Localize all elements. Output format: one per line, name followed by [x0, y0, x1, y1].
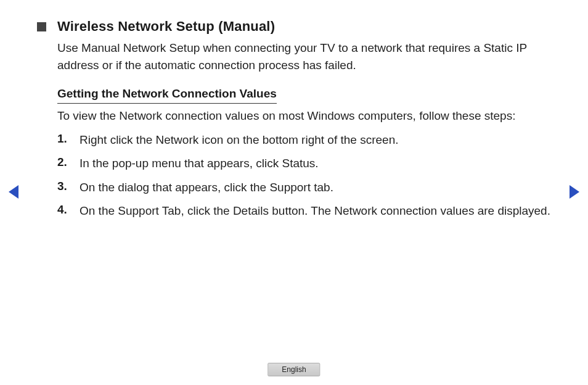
section-subtitle: Getting the Network Connection Values [57, 87, 277, 104]
step-text: On the Support Tab, click the Details bu… [80, 203, 550, 220]
prev-page-button[interactable] [9, 185, 18, 199]
manual-page: Wireless Network Setup (Manual) Use Manu… [0, 0, 588, 385]
step-text: In the pop-up menu that appears, click S… [80, 155, 319, 172]
step-number: 3. [57, 180, 71, 193]
step-text: On the dialog that appears, click the Su… [80, 180, 333, 196]
step-text: Right click the Network icon on the bott… [80, 132, 398, 149]
page-title: Wireless Network Setup (Manual) [57, 19, 275, 35]
step-item: 3. On the dialog that appears, click the… [57, 180, 551, 196]
arrow-left-icon [9, 185, 18, 199]
svg-marker-0 [9, 185, 18, 199]
step-number: 2. [57, 155, 71, 169]
step-number: 1. [57, 132, 71, 146]
step-number: 4. [57, 203, 71, 217]
title-row: Wireless Network Setup (Manual) [37, 19, 551, 35]
square-bullet-icon [37, 22, 46, 31]
arrow-right-icon [570, 185, 579, 199]
step-item: 4. On the Support Tab, click the Details… [57, 203, 551, 220]
next-page-button[interactable] [570, 185, 579, 199]
section-lead: To view the Network connection values on… [57, 107, 551, 125]
step-item: 2. In the pop-up menu that appears, clic… [57, 155, 551, 172]
svg-marker-1 [570, 185, 579, 199]
intro-paragraph: Use Manual Network Setup when connecting… [57, 39, 551, 73]
language-tab[interactable]: English [267, 363, 320, 376]
step-item: 1. Right click the Network icon on the b… [57, 132, 551, 149]
